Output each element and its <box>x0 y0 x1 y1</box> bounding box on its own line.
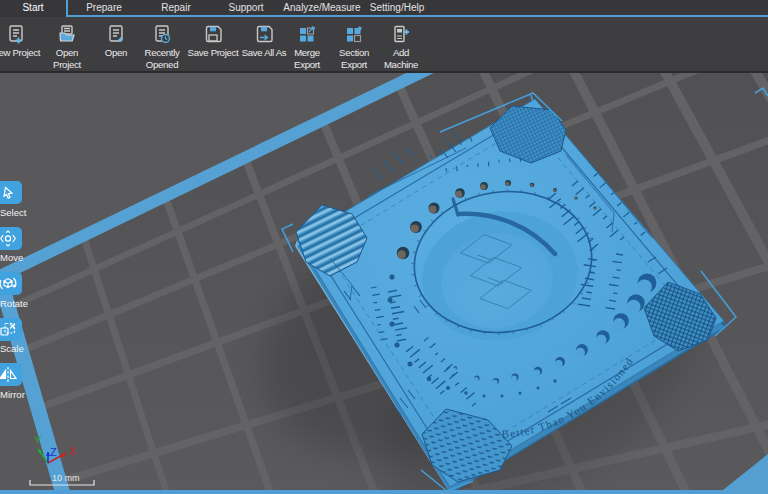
svg-text:Y: Y <box>34 434 42 446</box>
svg-text:X: X <box>69 445 77 457</box>
svg-text:Z: Z <box>50 446 57 458</box>
svg-text:10 mm: 10 mm <box>52 473 80 483</box>
